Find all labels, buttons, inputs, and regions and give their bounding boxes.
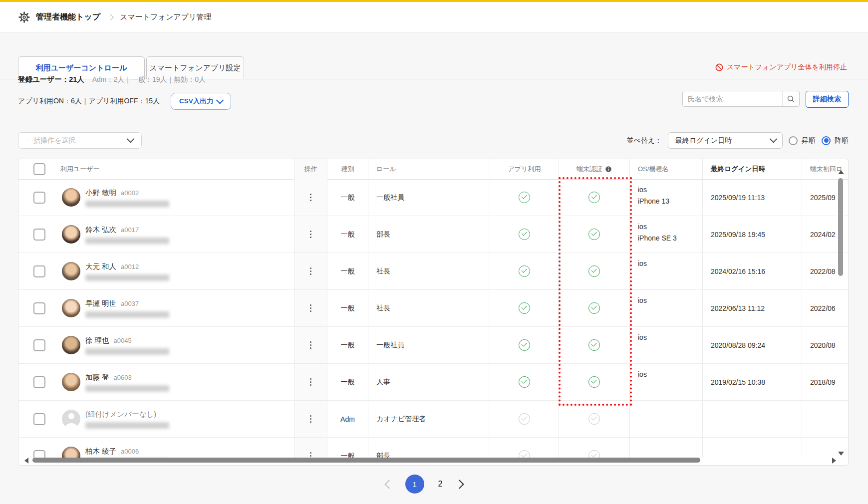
vertical-scrollbar-thumb[interactable] xyxy=(838,178,843,276)
sort-asc-radio[interactable] xyxy=(789,136,798,145)
search-input[interactable] xyxy=(683,95,782,103)
csv-export-label: CSV入出力 xyxy=(179,97,213,106)
device-model: iPhone SE 3 xyxy=(638,234,677,242)
row-checkbox[interactable] xyxy=(33,192,45,204)
tab-app-settings-label: スマートフォンアプリ設定 xyxy=(149,63,241,73)
scroll-up-arrow[interactable] xyxy=(838,170,844,174)
table-header-row: 利用ユーザー 操作 種別 ロール アプリ利用 端末認証 OS/機種名 最終ログイ… xyxy=(18,159,848,180)
user-type: 一般 xyxy=(327,253,368,289)
vertical-scrollbar xyxy=(838,170,844,456)
last-login: 2019/02/15 10:38 xyxy=(702,364,802,400)
name-search xyxy=(682,91,800,107)
device-auth-check-icon xyxy=(588,192,600,203)
avatar xyxy=(62,188,80,207)
user-code: a0603 xyxy=(114,374,132,381)
registered-count: 登録ユーザー：21人 xyxy=(18,75,84,83)
page: 管理者機能トップ スマートフォンアプリ管理 利用ユーザーコントロール スマートフ… xyxy=(0,0,868,504)
last-login: 2024/02/16 15:16 xyxy=(702,253,802,289)
user-role: 人事 xyxy=(368,364,490,400)
advanced-search-button[interactable]: 詳細検索 xyxy=(806,91,849,108)
user-name: 早瀬 明世 xyxy=(85,299,116,307)
col-type: 種別 xyxy=(327,159,368,179)
user-role: 一般社員 xyxy=(368,327,490,363)
user-name: 鈴木 弘次 xyxy=(85,226,116,234)
advanced-search-label: 詳細検索 xyxy=(813,95,841,104)
pagination-next-icon[interactable] xyxy=(455,480,464,489)
sort-desc-label: 降順 xyxy=(835,136,849,145)
search-icon[interactable] xyxy=(782,91,799,106)
col-os: OS/機種名 xyxy=(629,159,702,179)
table-row: 小野 敏明a0002 一般 一般社員 iosiPhone 13 2025/09/… xyxy=(18,179,848,216)
user-code: a0012 xyxy=(121,263,139,270)
kebab-menu-icon[interactable] xyxy=(306,338,316,352)
masked-email xyxy=(85,348,169,355)
row-checkbox[interactable] xyxy=(33,376,45,388)
masked-email xyxy=(85,422,169,429)
app-header: 管理者機能トップ スマートフォンアプリ管理 xyxy=(0,2,868,33)
breadcrumb-root[interactable]: 管理者機能トップ xyxy=(36,12,100,22)
user-type: Adm xyxy=(327,401,368,437)
col-device-auth: 端末認証 xyxy=(559,159,629,179)
horizontal-scrollbar-thumb[interactable] xyxy=(32,458,700,463)
sort-desc-radio[interactable] xyxy=(822,136,831,145)
sort-label: 並べ替え： xyxy=(626,136,662,145)
row-checkbox[interactable] xyxy=(33,302,45,314)
kebab-menu-icon[interactable] xyxy=(306,190,316,205)
chevron-down-icon xyxy=(216,96,224,104)
user-role: 部長 xyxy=(368,438,490,458)
last-login: 2022/06/13 11:12 xyxy=(702,290,802,326)
user-code: a0017 xyxy=(121,226,139,234)
csv-export-button[interactable]: CSV入出力 xyxy=(171,93,231,110)
usage-stats-row: アプリ利用ON：6人｜アプリ利用OFF：15人 CSV入出力 xyxy=(18,93,231,110)
col-user: 利用ユーザー xyxy=(60,159,294,179)
masked-email xyxy=(85,238,169,244)
last-login: 2025/09/19 11:13 xyxy=(702,179,802,216)
table-row: 鈴木 弘次a0017 一般 部長 iosiPhone SE 3 2025/09/… xyxy=(18,216,848,253)
os-name: ios xyxy=(638,333,647,341)
table-row: 柏木 綾子a0006 一般 部長 xyxy=(18,438,848,458)
row-checkbox[interactable] xyxy=(33,413,45,425)
scroll-down-arrow[interactable] xyxy=(838,452,844,456)
scroll-right-arrow[interactable] xyxy=(832,458,836,464)
pagination-prev-icon[interactable] xyxy=(384,480,393,489)
app-use-check-icon xyxy=(519,192,530,203)
kebab-menu-icon[interactable] xyxy=(306,375,316,389)
kebab-menu-icon[interactable] xyxy=(306,264,316,278)
row-checkbox[interactable] xyxy=(33,265,45,277)
user-name: (紐付けメンバーなし) xyxy=(85,410,156,418)
user-role: 一般社員 xyxy=(368,179,490,216)
col-app-use: アプリ利用 xyxy=(490,159,559,179)
kebab-menu-icon[interactable] xyxy=(306,412,316,426)
select-all-checkbox[interactable] xyxy=(33,163,45,175)
user-role: 社長 xyxy=(368,253,490,289)
sort-asc-label: 昇順 xyxy=(802,136,816,145)
os-name: ios xyxy=(638,370,647,378)
sort-controls: 並べ替え： 最終ログイン日時 昇順 降順 xyxy=(626,132,849,149)
user-name: 大元 和人 xyxy=(85,262,116,270)
user-type: 一般 xyxy=(327,179,368,216)
kebab-menu-icon[interactable] xyxy=(306,301,316,315)
row-checkbox[interactable] xyxy=(33,339,45,351)
masked-email xyxy=(85,385,169,392)
scroll-left-arrow[interactable] xyxy=(24,458,28,464)
user-role: 社長 xyxy=(368,290,490,326)
os-name: ios xyxy=(638,259,647,267)
sort-key-select[interactable]: 最終ログイン日時 xyxy=(668,132,783,149)
app-use-check-icon xyxy=(519,376,530,388)
user-type: 一般 xyxy=(327,364,368,400)
user-code: a0006 xyxy=(121,448,139,455)
info-icon[interactable] xyxy=(605,166,612,173)
last-login xyxy=(702,401,802,437)
table-row: 大元 和人a0012 一般 社長 ios 2024/02/16 15:16 20… xyxy=(18,253,848,290)
stop-all-link[interactable]: スマートフォンアプリ全体を利用停止 xyxy=(715,63,847,72)
masked-email xyxy=(85,201,169,207)
row-checkbox[interactable] xyxy=(33,229,45,241)
bulk-action-select[interactable]: 一括操作を選択 xyxy=(18,132,142,149)
user-table-card: 利用ユーザー 操作 種別 ロール アプリ利用 端末認証 OS/機種名 最終ログイ… xyxy=(18,159,849,466)
os-name: ios xyxy=(638,186,647,194)
pagination-page-2[interactable]: 2 xyxy=(437,478,444,491)
pagination-page-1[interactable]: 1 xyxy=(405,475,424,494)
col-actions: 操作 xyxy=(294,159,327,179)
app-use-check-icon xyxy=(519,265,530,277)
kebab-menu-icon[interactable] xyxy=(306,227,316,242)
